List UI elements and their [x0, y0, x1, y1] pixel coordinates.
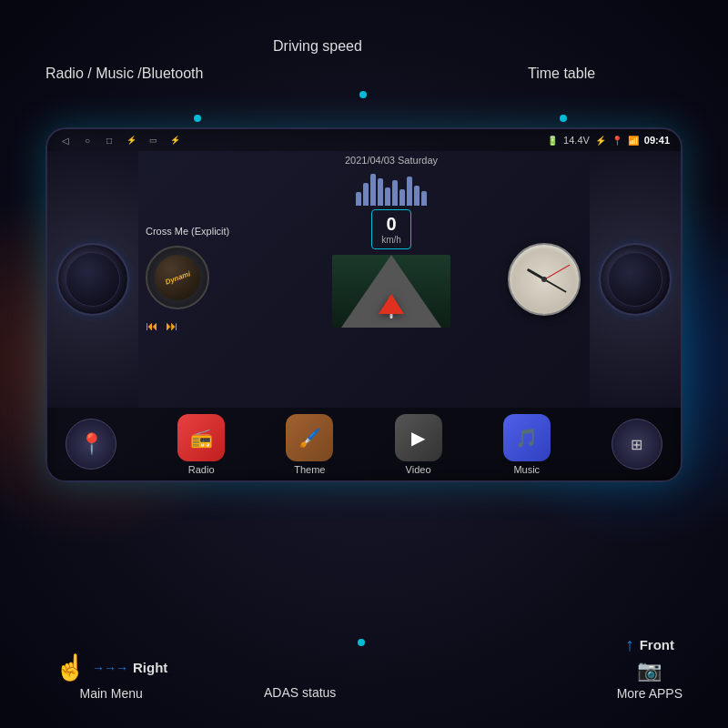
eq-bar-10 — [421, 191, 427, 206]
road-visualization — [332, 255, 450, 328]
home-icon[interactable]: ○ — [80, 133, 95, 147]
bluetooth-icon: ⚡ — [595, 136, 606, 146]
music-symbol: 🎵 — [515, 427, 538, 449]
eq-bar-3 — [370, 174, 376, 206]
status-right: 🔋 14.4V ⚡ 📍 📶 09:41 — [547, 135, 670, 146]
theme-symbol: 🖌️ — [298, 427, 321, 449]
location-button[interactable]: 📍 — [66, 419, 116, 470]
more-apps-annotation: ↑ Front 📷 More APPS — [617, 634, 682, 701]
app-music[interactable]: 🎵 Music — [503, 414, 551, 475]
clock-time: 09:41 — [644, 135, 670, 146]
song-title: Cross Me (Explicit) — [146, 226, 277, 237]
music-icon[interactable]: 🎵 — [503, 414, 551, 461]
media-icon: ▭ — [146, 133, 160, 147]
main-menu-label: Main Menu — [80, 686, 143, 701]
eq-bar-6 — [392, 180, 398, 206]
date-display: 2021/04/03 Saturday — [345, 155, 438, 166]
album-inner: Dynami — [155, 255, 200, 300]
app-video[interactable]: ▶ Video — [395, 414, 442, 475]
usb-icon: ⚡ — [124, 133, 138, 147]
signal-icon: 📶 — [628, 136, 639, 146]
eq-bar-9 — [414, 186, 420, 206]
radio-symbol: 📻 — [190, 427, 213, 449]
adas-annotation: ADAS status — [264, 684, 336, 701]
video-icon[interactable]: ▶ — [395, 414, 442, 461]
speaker-circle-left — [56, 243, 129, 316]
theme-label: Theme — [294, 464, 325, 475]
usb2-icon: ⚡ — [167, 133, 182, 147]
playback-controls: ⏮ ⏭ — [146, 318, 277, 333]
grid-icon: ⊞ — [631, 436, 642, 453]
up-arrow-icon: ↑ — [625, 634, 634, 655]
speed-section: 2021/04/03 Saturday — [284, 151, 499, 408]
eq-bar-8 — [407, 177, 412, 206]
next-button[interactable]: ⏭ — [166, 318, 178, 333]
app-theme[interactable]: 🖌️ Theme — [286, 414, 333, 475]
speaker-inner-left — [66, 252, 120, 307]
bottom-bar: 📍 📻 Radio 🖌️ Theme ▶ Video 🎵 Music — [47, 408, 681, 480]
status-bar: ◁ ○ □ ⚡ ▭ ⚡ 🔋 14.4V ⚡ 📍 📶 09:41 — [47, 129, 681, 151]
recents-icon[interactable]: □ — [102, 133, 116, 147]
theme-icon[interactable]: 🖌️ — [286, 414, 333, 461]
more-apps-label: More APPS — [617, 686, 682, 701]
speed-unit: km/h — [381, 235, 401, 245]
album-text: Dynami — [164, 269, 191, 286]
speaker-right — [590, 151, 681, 408]
eq-bars — [356, 169, 427, 206]
speed-box: 0 km/h — [371, 209, 411, 249]
location-icon: 📍 — [612, 136, 622, 146]
speed-value: 0 — [381, 214, 401, 235]
clock-section — [499, 151, 590, 408]
album-art: Dynami — [146, 246, 209, 309]
camera-icon: 📷 — [637, 659, 662, 682]
eq-bar-2 — [363, 183, 369, 206]
dot-adas — [358, 639, 365, 646]
video-symbol: ▶ — [411, 427, 425, 449]
app-radio[interactable]: 📻 Radio — [177, 414, 225, 475]
prev-button[interactable]: ⏮ — [146, 318, 158, 333]
radio-label: Radio — [188, 464, 215, 475]
top-section: Cross Me (Explicit) Dynami ⏮ ⏭ — [138, 151, 590, 408]
main-menu-annotation: ☝ →→→ Right Main Menu — [55, 652, 167, 701]
dot-radio — [194, 115, 201, 122]
speaker-circle-right — [599, 243, 672, 316]
dot-time — [560, 115, 567, 122]
eq-bar-5 — [385, 187, 390, 206]
battery-icon: 🔋 — [547, 136, 558, 146]
right-label: Right — [133, 660, 167, 675]
battery-value: 14.4V — [563, 135, 590, 146]
clock-face — [508, 243, 581, 316]
eq-bar-4 — [378, 178, 383, 206]
eq-bar-7 — [399, 189, 405, 206]
nav-icons: ◁ ○ □ ⚡ ▭ ⚡ — [58, 133, 182, 147]
location-pin-icon: 📍 — [79, 432, 104, 456]
device-frame: ◁ ○ □ ⚡ ▭ ⚡ 🔋 14.4V ⚡ 📍 📶 09:41 — [46, 127, 682, 482]
radio-icon[interactable]: 📻 — [177, 414, 225, 461]
video-label: Video — [406, 464, 431, 475]
label-driving-speed: Driving speed — [273, 38, 362, 55]
main-content: Cross Me (Explicit) Dynami ⏮ ⏭ — [47, 151, 681, 408]
minute-hand — [544, 278, 567, 293]
speaker-inner-right — [608, 252, 662, 307]
nav-arrow — [379, 294, 404, 314]
eq-bar-1 — [356, 192, 361, 206]
speaker-left — [47, 151, 138, 408]
music-section: Cross Me (Explicit) Dynami ⏮ ⏭ — [138, 151, 284, 408]
label-time-table: Time table — [528, 66, 595, 82]
back-icon[interactable]: ◁ — [58, 133, 73, 147]
center-content: Cross Me (Explicit) Dynami ⏮ ⏭ — [138, 151, 590, 408]
adas-label: ADAS status — [264, 685, 336, 700]
hand-icon: ☝ — [55, 652, 86, 682]
second-hand — [544, 265, 570, 280]
music-label: Music — [513, 464, 540, 475]
apps-grid-button[interactable]: ⊞ — [612, 419, 662, 470]
label-radio-music: Radio / Music /Bluetooth — [46, 66, 203, 82]
right-arrows: →→→ — [92, 661, 127, 675]
dot-speed — [359, 91, 367, 98]
clock-center-dot — [541, 277, 547, 282]
front-label: Front — [640, 637, 674, 652]
